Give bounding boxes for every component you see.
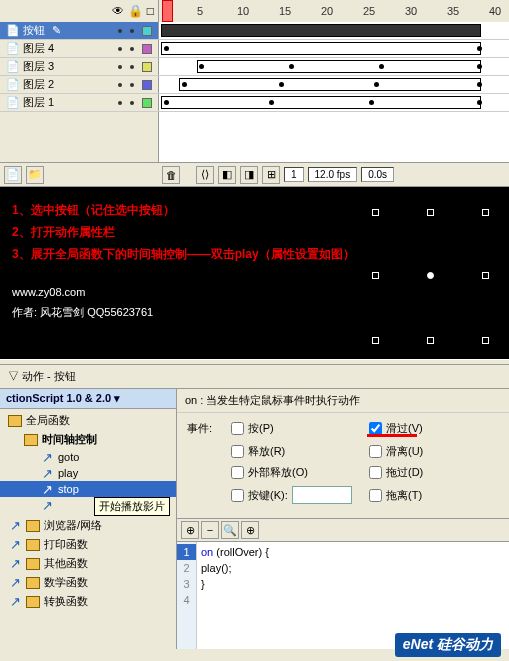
event-releaseout-label: 外部释放(O) (248, 465, 308, 480)
script-tree-pane: ctionScript 1.0 & 2.0 ▾ 全局函数 时间轴控制 ↗goto… (0, 389, 177, 649)
events-label: 事件: (187, 421, 223, 436)
layer-button[interactable]: 📄 按钮 ✎ (0, 22, 158, 39)
onion-icon[interactable]: ⟨⟩ (196, 166, 214, 184)
tree-math[interactable]: ↗数学函数 (0, 573, 176, 592)
tree-convert[interactable]: ↗转换函数 (0, 592, 176, 611)
watermark-logo: eNet 硅谷动力 (395, 633, 501, 657)
ruler-tick: 20 (321, 5, 333, 17)
frame-ruler[interactable]: 1 5 10 15 20 25 30 35 40 (159, 0, 509, 22)
eye-icon[interactable]: 👁 (112, 4, 124, 18)
event-rollout-checkbox[interactable] (369, 445, 382, 458)
event-press-label: 按(P) (248, 421, 274, 436)
tooltip-play: 开始播放影片 (94, 497, 170, 516)
find-icon[interactable]: 🔍 (221, 521, 239, 539)
tree-timeline-control[interactable]: 时间轴控制 (0, 430, 176, 449)
layer-icon: 📄 (6, 42, 20, 55)
tree-print[interactable]: ↗打印函数 (0, 535, 176, 554)
stage-area[interactable]: 1、选中按钮（记住选中按钮） 2、打开动作属性栏 3、展开全局函数下的时间轴控制… (0, 187, 509, 359)
event-dragout-label: 拖离(T) (386, 488, 422, 503)
current-frame: 1 (284, 167, 304, 182)
selection-handle[interactable] (427, 337, 434, 344)
code-line-3: } (201, 576, 505, 592)
event-dragout-checkbox[interactable] (369, 489, 382, 502)
layer-icon: 📄 (6, 60, 20, 73)
tree-global-functions[interactable]: 全局函数 (0, 411, 176, 430)
layer-1[interactable]: 📄 图层 1 (0, 94, 158, 111)
instruction-2: 2、打开动作属性栏 (12, 221, 497, 243)
actions-panel: ctionScript 1.0 & 2.0 ▾ 全局函数 时间轴控制 ↗goto… (0, 389, 509, 649)
event-press-checkbox[interactable] (231, 422, 244, 435)
tree-stop[interactable]: ↗stop (0, 481, 176, 497)
ruler-tick: 30 (405, 5, 417, 17)
timeline-footer: 📄 📁 🗑 ⟨⟩ ◧ ◨ ⊞ 1 12.0 fps 0.0s (0, 162, 509, 186)
add-layer-icon[interactable]: 📄 (4, 166, 22, 184)
event-release-checkbox[interactable] (231, 445, 244, 458)
script-version-selector[interactable]: ctionScript 1.0 & 2.0 ▾ (0, 389, 176, 409)
event-dragover-label: 拖过(D) (386, 465, 423, 480)
layer-label: 图层 1 (23, 95, 54, 110)
center-handle[interactable] (427, 272, 434, 279)
layer-label: 图层 3 (23, 59, 54, 74)
event-keypress-label: 按键(K): (248, 488, 288, 503)
event-keypress-checkbox[interactable] (231, 489, 244, 502)
ruler-tick: 5 (197, 5, 203, 17)
time-display: 0.0s (361, 167, 394, 182)
event-rollout-label: 滑离(U) (386, 444, 423, 459)
line-gutter: 1234 (177, 542, 197, 649)
keypress-input[interactable] (292, 486, 352, 504)
tree-other[interactable]: ↗其他函数 (0, 554, 176, 573)
selection-handle[interactable] (482, 209, 489, 216)
target-icon[interactable]: ⊕ (241, 521, 259, 539)
layer-3[interactable]: 📄 图层 3 (0, 58, 158, 75)
selection-handle[interactable] (372, 209, 379, 216)
selection-handle[interactable] (482, 272, 489, 279)
event-dragover-checkbox[interactable] (369, 466, 382, 479)
playhead[interactable] (162, 0, 173, 22)
selection-handle[interactable] (372, 272, 379, 279)
event-form: 事件: 按(P) 滑过(V) 释放(R) 滑离(U) 外部释放(O) 拖过(D)… (177, 413, 509, 518)
ruler-tick: 15 (279, 5, 291, 17)
frame-track[interactable] (158, 76, 509, 93)
remove-script-icon[interactable]: − (201, 521, 219, 539)
layer-label: 图层 4 (23, 41, 54, 56)
layer-icon: 📄 (6, 96, 20, 109)
stage-author: 作者: 风花雪剑 QQ55623761 (12, 303, 497, 321)
lock-icon[interactable]: 🔒 (128, 4, 143, 18)
highlight-underline (367, 434, 417, 437)
ruler-tick: 10 (237, 5, 249, 17)
layer-icon: 📄 (6, 24, 20, 37)
ruler-tick: 40 (489, 5, 501, 17)
tree-goto[interactable]: ↗goto (0, 449, 176, 465)
frame-track[interactable] (158, 40, 509, 57)
onion3-icon[interactable]: ◨ (240, 166, 258, 184)
on-description: on : 当发生特定鼠标事件时执行动作 (177, 389, 509, 413)
outline-icon[interactable]: □ (147, 4, 154, 18)
frame-track[interactable] (158, 58, 509, 75)
selection-handle[interactable] (482, 337, 489, 344)
tree-play[interactable]: ↗play (0, 465, 176, 481)
fps-display: 12.0 fps (308, 167, 358, 182)
event-releaseout-checkbox[interactable] (231, 466, 244, 479)
pencil-icon: ✎ (52, 24, 61, 37)
layer-4[interactable]: 📄 图层 4 (0, 40, 158, 57)
layer-label: 图层 2 (23, 77, 54, 92)
frame-track[interactable] (158, 22, 509, 39)
trash-icon[interactable]: 🗑 (162, 166, 180, 184)
onion2-icon[interactable]: ◧ (218, 166, 236, 184)
selection-handle[interactable] (372, 337, 379, 344)
add-script-icon[interactable]: ⊕ (181, 521, 199, 539)
layer-2[interactable]: 📄 图层 2 (0, 76, 158, 93)
stage-url: www.zy08.com (12, 283, 497, 301)
timeline-panel: 👁 🔒 □ 1 5 10 15 20 25 30 35 40 📄 按钮 ✎ (0, 0, 509, 187)
selection-handle[interactable] (427, 209, 434, 216)
ruler-tick: 25 (363, 5, 375, 17)
ruler-tick: 35 (447, 5, 459, 17)
onion4-icon[interactable]: ⊞ (262, 166, 280, 184)
frame-track[interactable] (158, 94, 509, 111)
layer-icon: 📄 (6, 78, 20, 91)
code-line-2: play(); (201, 560, 505, 576)
actions-panel-title[interactable]: ▽ 动作 - 按钮 (0, 365, 509, 389)
add-folder-icon[interactable]: 📁 (26, 166, 44, 184)
code-toolbar: ⊕ − 🔍 ⊕ (177, 518, 509, 542)
tree-browser[interactable]: ↗浏览器/网络 (0, 516, 176, 535)
